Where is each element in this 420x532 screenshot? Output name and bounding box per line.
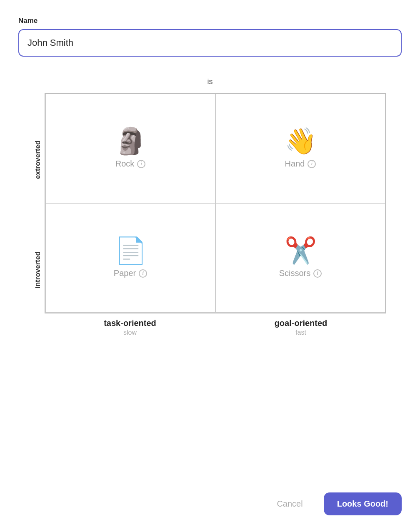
looks-good-button[interactable]: Looks Good! (324, 492, 402, 515)
name-input[interactable] (18, 29, 402, 57)
x-label-goal-sub: fast (295, 329, 306, 336)
matrix-container: extroverted introverted 🗿 Rock i 👋 (34, 93, 386, 336)
hand-label-group: Hand i (285, 159, 316, 169)
hand-emoji: 👋 (285, 128, 317, 154)
grid-wrapper: 🗿 Rock i 👋 Hand i 📄 Pape (45, 93, 386, 336)
x-label-task-main: task-oriented (104, 318, 156, 328)
y-axis-labels: extroverted introverted (34, 104, 42, 325)
is-label: is (208, 77, 213, 86)
scissors-emoji: ✂️ (285, 238, 317, 264)
personality-grid: 🗿 Rock i 👋 Hand i 📄 Pape (45, 93, 386, 313)
cell-rock[interactable]: 🗿 Rock i (45, 94, 215, 203)
rock-label-text: Rock (115, 159, 135, 169)
cell-hand[interactable]: 👋 Hand i (215, 94, 385, 203)
y-label-extroverted: extroverted (34, 104, 42, 215)
hand-info-icon[interactable]: i (308, 160, 316, 168)
x-label-goal-main: goal-oriented (275, 318, 328, 328)
paper-label-text: Paper (114, 268, 136, 278)
cell-scissors[interactable]: ✂️ Scissors i (215, 203, 385, 313)
cancel-button[interactable]: Cancel (268, 493, 311, 515)
scissors-info-icon[interactable]: i (313, 269, 322, 278)
rock-emoji: 🗿 (115, 128, 147, 154)
hand-label-text: Hand (285, 159, 305, 169)
x-axis-labels: task-oriented slow goal-oriented fast (45, 318, 386, 336)
scissors-label-group: Scissors i (279, 268, 322, 278)
x-label-task-sub: slow (123, 329, 137, 336)
scissors-label-text: Scissors (279, 268, 311, 278)
cell-paper[interactable]: 📄 Paper i (45, 203, 215, 313)
rock-label-group: Rock i (115, 159, 146, 169)
x-label-goal-oriented: goal-oriented fast (215, 318, 386, 336)
rock-info-icon[interactable]: i (137, 160, 145, 168)
footer: Cancel Looks Good! (18, 492, 402, 515)
paper-info-icon[interactable]: i (139, 269, 147, 278)
y-label-introverted: introverted (34, 215, 42, 325)
matrix-section: is extroverted introverted 🗿 Rock i (18, 77, 402, 467)
paper-label-group: Paper i (114, 268, 147, 278)
x-label-task-oriented: task-oriented slow (45, 318, 215, 336)
name-section: Name (18, 17, 402, 57)
paper-emoji: 📄 (115, 238, 147, 264)
name-label: Name (18, 17, 402, 25)
